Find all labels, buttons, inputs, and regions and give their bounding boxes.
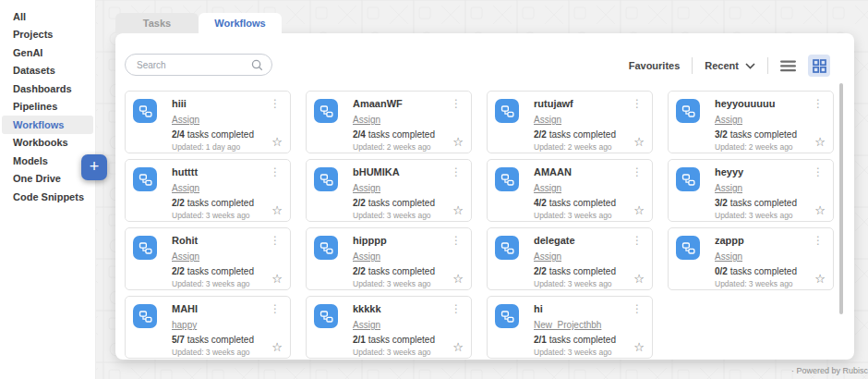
workflow-card[interactable]: kkkkk Assign 2/1 tasks completed Updated… (306, 296, 472, 359)
sidebar-item-genai[interactable]: GenAI (2, 43, 93, 62)
favourite-star-icon[interactable]: ☆ (452, 136, 464, 148)
sort-dropdown-label: Recent (705, 60, 739, 71)
favourite-star-icon[interactable]: ☆ (814, 136, 826, 148)
kebab-menu-icon[interactable]: ⋮ (449, 234, 464, 247)
list-view-icon[interactable] (780, 60, 796, 72)
favourite-star-icon[interactable]: ☆ (271, 341, 283, 353)
favourite-star-icon[interactable]: ☆ (633, 136, 645, 148)
scrollbar[interactable] (839, 83, 843, 314)
workflow-assign-link[interactable]: Assign (172, 251, 199, 262)
workflow-assign-link[interactable]: Assign (353, 251, 380, 262)
sidebar-item-dashboards[interactable]: Dashboards (2, 79, 93, 98)
sidebar-item-pipelines[interactable]: Pipelines (2, 98, 93, 116)
workflow-assign-link[interactable]: Assign (353, 115, 380, 125)
workflow-assign-link[interactable]: Assign (534, 183, 561, 193)
sort-dropdown[interactable]: Recent (705, 60, 755, 71)
search-input[interactable] (137, 60, 250, 70)
kebab-menu-icon[interactable]: ⋮ (449, 97, 464, 110)
workflow-updated: Updated: 3 weeks ago (715, 211, 826, 220)
workflow-assign-link[interactable]: New_Projecthbh (534, 320, 601, 330)
workflow-card[interactable]: MAHI happy 5/7 tasks completed Updated: … (125, 296, 291, 359)
workflow-title: hipppp (353, 235, 464, 247)
workflow-card[interactable]: delegate Assign 2/2 tasks completed Upda… (487, 227, 653, 290)
workflow-updated: Updated: 3 weeks ago (534, 348, 645, 357)
kebab-menu-icon[interactable]: ⋮ (630, 97, 645, 110)
tab-tasks[interactable]: Tasks (115, 13, 199, 33)
search-icon[interactable] (250, 58, 264, 72)
workflow-card[interactable]: hipppp Assign 2/2 tasks completed Update… (306, 227, 472, 290)
sidebar-item-all[interactable]: All (2, 7, 93, 26)
workflow-progress: 2/2 tasks completed (353, 198, 464, 208)
kebab-menu-icon[interactable]: ⋮ (268, 302, 283, 315)
grid-view-icon[interactable] (808, 55, 830, 77)
sidebar-item-workflows[interactable]: Workflows (2, 116, 93, 134)
kebab-menu-icon[interactable]: ⋮ (449, 302, 464, 315)
sidebar-item-label: One Drive (13, 173, 61, 184)
workflow-card[interactable]: AmaanWF Assign 2/4 tasks completed Updat… (306, 91, 472, 153)
workflow-assign-link[interactable]: Assign (715, 183, 742, 193)
kebab-menu-icon[interactable]: ⋮ (630, 234, 645, 247)
workflow-card[interactable]: bHUMIKA Assign 2/2 tasks completed Updat… (306, 159, 472, 222)
workflow-card[interactable]: heyyy Assign 3/2 tasks completed Updated… (668, 159, 834, 222)
kebab-menu-icon[interactable]: ⋮ (268, 97, 283, 110)
kebab-menu-icon[interactable]: ⋮ (630, 302, 645, 315)
workflow-assign-link[interactable]: Assign (172, 115, 199, 125)
favourite-star-icon[interactable]: ☆ (452, 273, 464, 285)
workflow-updated: Updated: 3 weeks ago (172, 348, 283, 357)
workflow-title: MAHI (172, 303, 283, 315)
workflow-assign-link[interactable]: Assign (715, 251, 742, 262)
workflow-title: heyyy (715, 166, 826, 178)
favourite-star-icon[interactable]: ☆ (814, 273, 826, 285)
workflow-icon (314, 304, 338, 328)
favourite-star-icon[interactable]: ☆ (452, 204, 464, 216)
add-button[interactable]: + (81, 154, 107, 180)
workflow-card[interactable]: Rohit Assign 2/2 tasks completed Updated… (125, 227, 291, 290)
workflow-progress: 5/7 tasks completed (172, 335, 283, 345)
sidebar-item-label: All (13, 11, 26, 22)
favourite-star-icon[interactable]: ☆ (271, 136, 283, 148)
favourite-star-icon[interactable]: ☆ (633, 204, 645, 216)
sidebar-item-datasets[interactable]: Datasets (2, 62, 93, 80)
favourite-star-icon[interactable]: ☆ (814, 204, 826, 216)
sidebar-item-projects[interactable]: Projects (2, 26, 93, 44)
kebab-menu-icon[interactable]: ⋮ (811, 165, 826, 178)
workflow-assign-link[interactable]: Assign (353, 320, 380, 330)
favourite-star-icon[interactable]: ☆ (452, 341, 464, 353)
workflow-updated: Updated: 3 weeks ago (534, 279, 645, 288)
workflow-assign-link[interactable]: Assign (534, 251, 561, 262)
tab-workflows[interactable]: Workflows (199, 13, 282, 33)
kebab-menu-icon[interactable]: ⋮ (268, 234, 283, 247)
kebab-menu-icon[interactable]: ⋮ (449, 165, 464, 178)
favourites-button[interactable]: Favourites (629, 60, 681, 71)
workflow-assign-link[interactable]: Assign (172, 183, 199, 193)
sidebar-item-workbooks[interactable]: Workbooks (2, 134, 93, 153)
workflow-card[interactable]: heyyouuuuu Assign 3/2 tasks completed Up… (668, 91, 834, 153)
search-box[interactable] (125, 54, 272, 76)
favourite-star-icon[interactable]: ☆ (633, 341, 645, 353)
sidebar-nav: All Projects GenAI Datasets Dashboards P… (0, 0, 96, 379)
workflow-assign-link[interactable]: happy (172, 320, 197, 330)
kebab-menu-icon[interactable]: ⋮ (268, 165, 283, 178)
workflow-card[interactable]: AMAAN Assign 4/2 tasks completed Updated… (487, 159, 653, 222)
workflow-card[interactable]: hiii Assign 2/4 tasks completed Updated:… (125, 91, 291, 153)
sidebar-item-code-snippets[interactable]: Code Snippets (2, 188, 93, 206)
workflow-title: kkkkk (353, 303, 464, 315)
workflow-card[interactable]: rutujawf Assign 2/2 tasks completed Upda… (487, 91, 653, 153)
kebab-menu-icon[interactable]: ⋮ (811, 234, 826, 247)
workflow-icon (676, 167, 700, 191)
workflow-assign-link[interactable]: Assign (353, 183, 380, 193)
sidebar-item-label: Models (13, 155, 48, 166)
workflow-assign-link[interactable]: Assign (534, 115, 561, 125)
sidebar-item-one-drive[interactable]: One Drive (2, 170, 93, 189)
workflow-card[interactable]: hutttt Assign 2/2 tasks completed Update… (125, 159, 291, 222)
favourite-star-icon[interactable]: ☆ (633, 273, 645, 285)
favourite-star-icon[interactable]: ☆ (271, 273, 283, 285)
kebab-menu-icon[interactable]: ⋮ (811, 97, 826, 110)
workflow-progress: 2/2 tasks completed (534, 129, 645, 140)
kebab-menu-icon[interactable]: ⋮ (630, 165, 645, 178)
sidebar-item-models[interactable]: Models (2, 152, 93, 170)
workflow-card[interactable]: hi New_Projecthbh 2/1 tasks completed Up… (487, 296, 653, 359)
workflow-assign-link[interactable]: Assign (715, 115, 742, 125)
favourite-star-icon[interactable]: ☆ (271, 204, 283, 216)
workflow-card[interactable]: zappp Assign 0/2 tasks completed Updated… (668, 227, 834, 290)
